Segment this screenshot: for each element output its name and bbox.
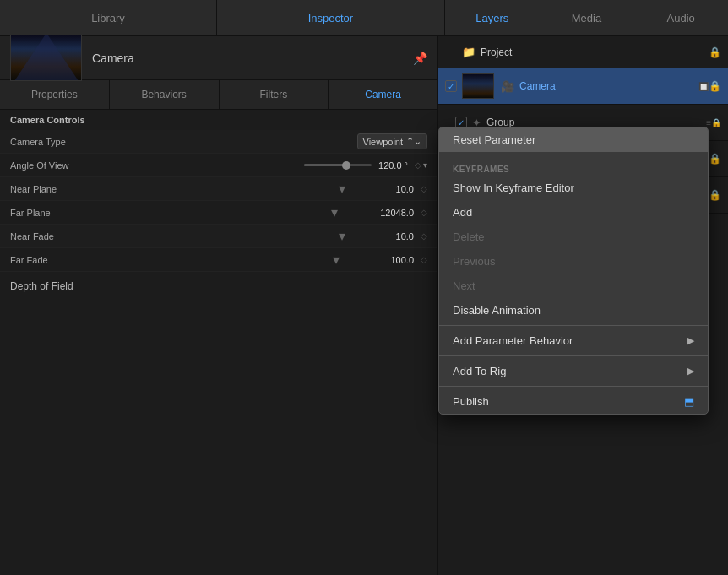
ctx-add-to-rig[interactable]: Add To Rig ▶ (439, 359, 708, 383)
camera-thumbnail (10, 35, 82, 81)
depth-of-field-label: Depth of Field (0, 272, 437, 301)
value-far-fade: 100.0 (390, 255, 414, 265)
project-name: Project (481, 46, 512, 58)
keyframe-diamond-far[interactable]: ◇ (421, 208, 427, 217)
top-bar: Library Inspector Layers Media Audio (0, 0, 728, 36)
near-plane-arrow-icon: ▾ (339, 181, 345, 197)
label-far-fade: Far Fade (10, 255, 111, 265)
far-fade-arrow-icon: ▾ (333, 252, 340, 268)
camera-checkbox[interactable]: ✓ (445, 80, 457, 92)
project-lock-icon: 🔒 (709, 46, 721, 58)
keyframe-diamond-nearfade[interactable]: ◇ (421, 231, 427, 241)
add-to-rig-arrow-icon: ▶ (687, 366, 694, 377)
ctx-separator-4 (439, 386, 708, 387)
control-far-plane: ▾ 12048.0 ◇ (111, 204, 427, 220)
ctx-add-parameter-behavior[interactable]: Add Parameter Behavior ▶ (439, 328, 708, 353)
label-far-plane: Far Plane (10, 208, 111, 218)
control-angle-of-view: 120.0 ° ◇ ▾ (111, 160, 427, 171)
param-far-fade: Far Fade ▾ 100.0 ◇ (0, 248, 437, 272)
value-near-plane: 10.0 (396, 184, 414, 194)
angle-slider-track[interactable] (304, 164, 372, 166)
tab-media[interactable]: Media (540, 0, 634, 35)
keyframe-diamond-near[interactable]: ◇ (421, 184, 427, 193)
layer-row-project[interactable]: 📁 Project 🔒 (438, 36, 728, 68)
label-angle-of-view: Angle Of View (10, 160, 111, 171)
param-near-plane: Near Plane ▾ 10.0 ◇ (0, 177, 437, 201)
tab-filters[interactable]: Filters (220, 80, 329, 109)
context-menu: Reset Parameter KEYFRAMES Show In Keyfra… (438, 127, 709, 415)
tab-inspector[interactable]: Inspector (217, 0, 445, 35)
control-near-plane: ▾ 10.0 ◇ (111, 181, 427, 197)
param-near-fade: Near Fade ▾ 10.0 ◇ (0, 225, 437, 248)
keyframe-diamond-farfade[interactable]: ◇ (421, 255, 427, 264)
ctx-next: Next (439, 274, 708, 298)
sub-tabs: Properties Behaviors Filters Camera (0, 80, 437, 110)
layer-row-camera[interactable]: ✓ 🎥 Camera 🔲 🔒 (438, 68, 728, 105)
sky360-lock-icon: 🔒 (709, 153, 721, 165)
camera-layer-name: Camera (519, 80, 695, 92)
mauna-lock-icon: 🔒 (709, 189, 721, 201)
ctx-separator-2 (439, 325, 708, 326)
ctx-separator-3 (439, 355, 708, 356)
ctx-keyframes-label: KEYFRAMES (439, 158, 708, 176)
viewpoint-select[interactable]: Viewpoint ⌃⌄ (357, 133, 428, 149)
control-camera-type: Viewpoint ⌃⌄ (111, 133, 427, 149)
tab-layers[interactable]: Layers (445, 0, 540, 35)
ctx-delete: Delete (439, 225, 708, 249)
folder-icon: 📁 (462, 46, 475, 58)
param-angle-of-view: Angle Of View 120.0 ° ◇ ▾ (0, 154, 437, 177)
camera-layer-thumb (462, 73, 494, 99)
ctx-previous: Previous (439, 249, 708, 274)
ctx-show-in-keyframe-editor[interactable]: Show In Keyframe Editor (439, 176, 708, 200)
param-far-plane: Far Plane ▾ 12048.0 ◇ (0, 201, 437, 225)
inspector-content: Camera Controls Camera Type Viewpoint ⌃⌄… (0, 110, 437, 301)
value-angle-of-view: 120.0 ° (378, 160, 408, 171)
label-camera-type: Camera Type (10, 137, 111, 147)
far-plane-arrow-icon: ▾ (331, 204, 338, 220)
tab-behaviors[interactable]: Behaviors (110, 80, 220, 109)
publish-icon: ⬒ (684, 395, 694, 408)
tab-camera[interactable]: Camera (329, 80, 437, 109)
keyframe-diamond-icon[interactable]: ◇ (415, 160, 421, 170)
left-panel: Camera 📌 Properties Behaviors Filters Ca… (0, 36, 438, 575)
control-near-fade: ▾ 10.0 ◇ (111, 228, 427, 244)
ctx-separator-1 (439, 155, 708, 155)
near-fade-arrow-icon: ▾ (339, 228, 345, 244)
dropdown-chevron-icon[interactable]: ▾ (423, 160, 427, 170)
camera-lock-icon: 🔒 (709, 80, 721, 92)
ctx-add[interactable]: Add (439, 200, 708, 225)
camera-controls-header: Camera Controls (0, 110, 437, 130)
chevron-up-down-icon: ⌃⌄ (406, 136, 421, 147)
camera-title: Camera (92, 52, 134, 65)
label-near-fade: Near Fade (10, 231, 111, 241)
ctx-publish[interactable]: Publish ⬒ (439, 389, 708, 414)
tab-properties[interactable]: Properties (0, 80, 110, 109)
value-near-fade: 10.0 (396, 231, 414, 241)
ctx-reset-parameter[interactable]: Reset Parameter (439, 127, 708, 152)
label-near-plane: Near Plane (10, 184, 111, 194)
value-far-plane: 12048.0 (380, 208, 414, 218)
ctx-disable-animation[interactable]: Disable Animation (439, 298, 708, 323)
group-lock-icon: ≡🔒 (706, 118, 721, 127)
param-camera-type: Camera Type Viewpoint ⌃⌄ (0, 130, 437, 154)
control-far-fade: ▾ 100.0 ◇ (111, 252, 427, 268)
camera-layer-icon: 🎥 (501, 80, 514, 93)
tab-library[interactable]: Library (0, 0, 217, 35)
camera-badge: 🔲 (698, 82, 709, 91)
add-param-behavior-arrow-icon: ▶ (687, 335, 694, 346)
tab-audio[interactable]: Audio (633, 0, 728, 35)
camera-header: Camera 📌 (0, 36, 437, 80)
pin-icon[interactable]: 📌 (413, 52, 427, 65)
